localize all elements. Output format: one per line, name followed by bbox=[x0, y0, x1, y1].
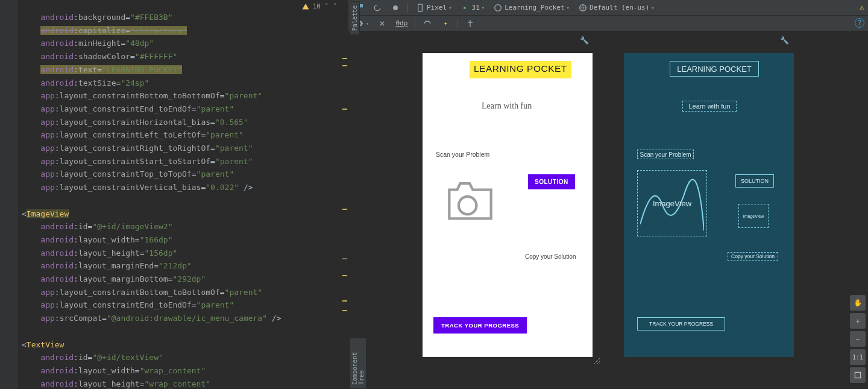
bp-camera-imageview[interactable]: ImageView bbox=[637, 170, 707, 236]
editor-gutter bbox=[0, 0, 18, 389]
preview-solution-button[interactable]: SOLUTION bbox=[528, 174, 575, 189]
bp-subtitle[interactable]: Learn with fun bbox=[682, 101, 737, 112]
design-preview[interactable]: LEARNING POCKET Learn with fun Scan your… bbox=[423, 53, 593, 357]
svg-point-4 bbox=[495, 4, 502, 11]
svg-rect-1 bbox=[360, 4, 363, 7]
resize-handle-icon[interactable] bbox=[593, 357, 601, 365]
autoconnect-icon[interactable] bbox=[375, 17, 389, 30]
zoom-controls: ✋ ＋ － 1:1 bbox=[850, 295, 866, 383]
svg-point-6 bbox=[459, 197, 476, 214]
svg-rect-3 bbox=[418, 4, 423, 11]
layout-warnings-icon[interactable]: ⚠ bbox=[860, 2, 864, 12]
design-toolbar-row1: Pixel▾ ▸31▾ Learning_Pocket▾ Default (en… bbox=[348, 0, 868, 16]
bp-title[interactable]: LEARNING POCKET bbox=[670, 61, 759, 77]
preview-track-button[interactable]: TRACK YOUR PROGRESS bbox=[433, 317, 527, 334]
next-highlight-icon[interactable]: ˅ bbox=[333, 2, 338, 10]
orientation-icon[interactable] bbox=[370, 2, 385, 14]
palette-tab[interactable]: Palette bbox=[350, 1, 360, 35]
svg-rect-7 bbox=[855, 372, 860, 378]
design-toolbar-row2: ▾ 0dp ✦ bbox=[348, 16, 868, 31]
svg-point-2 bbox=[393, 5, 398, 10]
api-level-select[interactable]: ▸31▾ bbox=[458, 2, 488, 14]
layout-editor-pane: Pixel▾ ▸31▾ Learning_Pocket▾ Default (en… bbox=[348, 0, 868, 389]
preview-copy-label[interactable]: Copy your Solution bbox=[525, 253, 576, 260]
design-surface[interactable]: 🔧 🔧 LEARNING POCKET Learn with fun Scan … bbox=[348, 31, 868, 389]
help-icon[interactable]: ? bbox=[855, 18, 864, 28]
night-mode-icon[interactable] bbox=[388, 2, 403, 14]
pan-tool-icon[interactable]: ✋ bbox=[850, 295, 866, 311]
preview-camera-imageview[interactable] bbox=[443, 177, 497, 224]
bp-solution-button[interactable]: SOLUTION bbox=[735, 174, 774, 188]
zoom-out-button[interactable]: － bbox=[850, 331, 866, 347]
preview-title[interactable]: LEARNING POCKET bbox=[470, 61, 571, 78]
device-select[interactable]: Pixel▾ bbox=[413, 2, 454, 14]
warning-count: 10 bbox=[313, 2, 321, 10]
xml-editor-pane[interactable]: 10 ˄ ˅ android:background="#FFEB3B" andr… bbox=[0, 0, 348, 389]
infer-constraints-icon[interactable]: ✦ bbox=[438, 17, 453, 30]
locale-select[interactable]: Default (en-us)▾ bbox=[576, 2, 657, 14]
bp-small-imageview[interactable]: ImageView bbox=[738, 204, 769, 228]
error-stripe[interactable] bbox=[340, 0, 348, 389]
preview-scan-label[interactable]: Scan your Problem bbox=[436, 151, 489, 158]
bp-scan-label[interactable]: Scan your Problem bbox=[637, 150, 694, 159]
blueprint-preview[interactable]: LEARNING POCKET Learn with fun Scan your… bbox=[624, 53, 794, 357]
bp-track-button[interactable]: TRACK YOUR PROGRESS bbox=[637, 317, 725, 330]
inspection-summary[interactable]: 10 ˄ ˅ bbox=[302, 2, 338, 10]
theme-select[interactable]: Learning_Pocket▾ bbox=[491, 2, 572, 14]
guidelines-icon[interactable] bbox=[463, 17, 477, 30]
component-tree-tab[interactable]: Component Tree bbox=[350, 338, 366, 389]
zoom-in-button[interactable]: ＋ bbox=[850, 313, 866, 329]
clear-constraints-icon[interactable] bbox=[420, 17, 435, 30]
code-area[interactable]: android:background="#FFEB3B" android:cap… bbox=[0, 0, 348, 389]
zoom-fit-button[interactable] bbox=[850, 367, 866, 383]
prev-highlight-icon[interactable]: ˄ bbox=[324, 2, 329, 10]
bp-copy-label[interactable]: Copy your Solution bbox=[728, 252, 778, 261]
default-margin[interactable]: 0dp bbox=[393, 18, 410, 28]
preview-subtitle[interactable]: Learn with fun bbox=[482, 101, 532, 111]
warning-icon bbox=[302, 3, 309, 10]
zoom-actual-button[interactable]: 1:1 bbox=[850, 349, 866, 365]
